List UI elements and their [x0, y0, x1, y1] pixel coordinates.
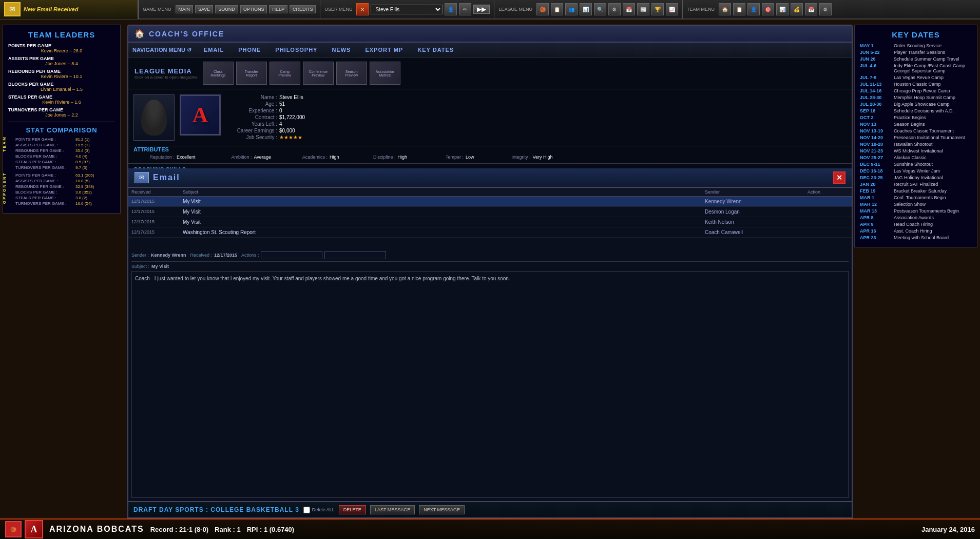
- media-cover-season[interactable]: SeasonPreview: [336, 62, 367, 85]
- opp-stat-bpg: BLOCKS PER GAME : 3.6 (352): [15, 190, 115, 195]
- league-media-title: LEAGUE MEDIA: [134, 67, 198, 75]
- date-nov13-19: NOV 13-19 Coaches Classic Tournament: [860, 128, 972, 133]
- detail-received-value: 12/17/2015: [214, 253, 237, 258]
- attr-reputation: Reputation : Excellent: [133, 155, 196, 160]
- user-profile-btn[interactable]: 👤: [445, 3, 457, 15]
- sound-btn[interactable]: SOUND: [215, 5, 238, 13]
- date-jan28: JAN 28 Recruit SAT Finalized: [860, 182, 972, 187]
- league-icon-1[interactable]: 🏀: [536, 3, 549, 15]
- team-icon-3[interactable]: 👤: [747, 3, 760, 15]
- bar-date: January 24, 2016: [921, 526, 975, 533]
- nav-email-btn[interactable]: EMAIL: [198, 45, 230, 55]
- team-icon-8[interactable]: ⚙: [819, 3, 832, 15]
- save-btn[interactable]: SAVE: [195, 5, 213, 13]
- options-btn[interactable]: OPTIONS: [240, 5, 267, 13]
- league-menu-section: LEAGUE MENU 🏀 📋 👥 📊 🔍 ⚙ 📅 📰 🏆 📈: [494, 0, 683, 18]
- email-envelope-icon: ✉: [134, 172, 149, 183]
- key-dates-title: KEY DATES: [860, 30, 972, 39]
- delete-all-checkbox[interactable]: [303, 507, 310, 513]
- home-icon: 🏠: [134, 29, 145, 38]
- date-oct2: OCT 2 Practice Begins: [860, 115, 972, 120]
- detail-subject-value: My Visit: [151, 264, 169, 269]
- delete-btn[interactable]: DELETE: [339, 505, 366, 514]
- date-jun26: JUN 26 Schedule Summer Camp Travel: [860, 56, 972, 62]
- coach-profile-area: A Name : Steve Ellis Age : 51 Experience…: [128, 89, 852, 146]
- nav-menu-label: NAVIGATION MENU ↺: [132, 47, 191, 53]
- league-icon-8[interactable]: 📰: [637, 3, 649, 15]
- team-icon-6[interactable]: 💰: [791, 3, 803, 15]
- email-row-4[interactable]: 12/17/2015 Washington St. Scouting Repor…: [128, 227, 852, 238]
- credits-btn[interactable]: CREDITS: [290, 5, 316, 13]
- league-icon-4[interactable]: 📊: [580, 3, 592, 15]
- media-cover-transfer[interactable]: TransferReport: [236, 62, 267, 85]
- attr-temp-value: Low: [466, 155, 474, 160]
- attr-ambition: Ambition : Average: [211, 155, 271, 160]
- last-message-btn[interactable]: LAST MESSAGE: [370, 505, 415, 514]
- team-stats-section: T E A M POINTS PER GAME : 81.2 (1) ASSIS…: [8, 137, 115, 170]
- team-leaders-title: TEAM LEADeRs: [8, 30, 115, 39]
- help-btn[interactable]: HELP: [269, 5, 287, 13]
- opp-stat-ppg: POINTS PER GAME : 63.1 (205): [15, 173, 115, 178]
- nav-forward-btn[interactable]: ▶▶: [473, 5, 490, 14]
- league-icon-3[interactable]: 👥: [565, 3, 578, 15]
- bar-rpi: RPI : 1 (0.6740): [247, 526, 295, 533]
- team-icon-2[interactable]: 📋: [733, 3, 745, 15]
- user-menu-label: USER MENU: [324, 7, 352, 12]
- team-icon-5[interactable]: 📊: [776, 3, 789, 15]
- media-cover-conference[interactable]: ConferencePreview: [303, 62, 334, 85]
- email-row-1[interactable]: 12/17/2015 My Visit Kennedy Wrenn: [128, 197, 852, 207]
- bar-record: Record : 21-1 (8-0): [150, 526, 208, 533]
- email-row-2[interactable]: 12/17/2015 My Visit Desmon Logan: [128, 207, 852, 217]
- media-cover-camp[interactable]: CampPreview: [270, 62, 300, 85]
- detail-received-field: Received : 12/17/2015: [190, 251, 237, 259]
- attr-int-value: Very High: [532, 155, 552, 160]
- detail-action-input-2[interactable]: [324, 251, 386, 259]
- email-close-btn[interactable]: ✕: [833, 171, 846, 184]
- stat-val-spg: Kevin Riviere – 1.6: [8, 100, 115, 105]
- league-icon-9[interactable]: 🏆: [651, 3, 664, 15]
- right-panel: KEY DATES MAY 1 Order Scouting Service J…: [854, 25, 977, 247]
- attr-temper: Temper : Low: [422, 155, 474, 160]
- date-sep18: SEP 18 Schedule Decisions with A.D.: [860, 108, 972, 113]
- league-icon-5[interactable]: 🔍: [594, 3, 606, 15]
- league-icon-10[interactable]: 📈: [666, 3, 678, 15]
- media-cover-association[interactable]: AssociationMetrics: [370, 62, 400, 85]
- date-apr9: APR 9 Head Coach Hiring: [860, 222, 972, 227]
- opp-stats-section: O P P O N E N T POINTS PER GAME : 63.1 (…: [8, 173, 115, 206]
- team-icon-4[interactable]: 🎯: [762, 3, 774, 15]
- main-btn[interactable]: MAIN: [176, 5, 194, 13]
- nav-keydates-btn[interactable]: KEY DATES: [411, 45, 460, 55]
- detail-action-input-1[interactable]: [261, 251, 322, 259]
- detail-actions-field: Actions :: [241, 251, 387, 259]
- coach-silhouette: [141, 100, 167, 136]
- date-mar12: MAR 12 Selection Show: [860, 202, 972, 207]
- email-panel-title: Email: [153, 173, 180, 182]
- delete-all-area[interactable]: Delete ALL: [303, 507, 335, 513]
- nav-philosophy-btn[interactable]: PHILOSOPHY: [269, 45, 323, 55]
- media-cover-class[interactable]: ClassRankings: [203, 62, 234, 85]
- league-icon-7[interactable]: 📅: [623, 3, 635, 15]
- attr-amb-value: Average: [254, 155, 271, 160]
- user-edit-btn[interactable]: ✏: [459, 3, 471, 15]
- next-message-btn[interactable]: NEXT MESSAGE: [419, 505, 465, 514]
- nav-phone-btn[interactable]: PHONE: [232, 45, 267, 55]
- email-alert[interactable]: ✉ New Email Received: [0, 0, 139, 19]
- nav-news-btn[interactable]: NEWS: [325, 45, 357, 55]
- coach-experience: 0: [279, 108, 282, 113]
- team-icon-7[interactable]: 📅: [805, 3, 817, 15]
- nav-export-btn[interactable]: EXPORT MP: [359, 45, 409, 55]
- date-jun5: JUN 5-22 Player Transfer Sessions: [860, 50, 972, 55]
- email-list[interactable]: 12/17/2015 My Visit Kennedy Wrenn 12/17/…: [128, 197, 852, 248]
- date-nov25: NOV 25-27 Alaskan Classic: [860, 155, 972, 160]
- user-select[interactable]: Steve Ellis: [371, 5, 443, 14]
- email-body-text: Coach - I just wanted to let you know th…: [135, 276, 510, 281]
- attr-rep-value: Excellent: [177, 155, 196, 160]
- league-icon-2[interactable]: 📋: [551, 3, 563, 15]
- stat-categories: POINTS PER GAME Kevin Riviere – 26.0 ASS…: [8, 43, 115, 118]
- email-alert-text: New Email Received: [24, 6, 78, 12]
- opp-stat-spg: STEALS PER GAME : 3.8 (2): [15, 196, 115, 200]
- team-icon-1[interactable]: 🏠: [719, 3, 731, 15]
- user-icon-btn[interactable]: ✕: [356, 3, 369, 15]
- email-row-3[interactable]: 12/17/2015 My Visit Keith Nelson: [128, 217, 852, 227]
- league-icon-6[interactable]: ⚙: [608, 3, 621, 15]
